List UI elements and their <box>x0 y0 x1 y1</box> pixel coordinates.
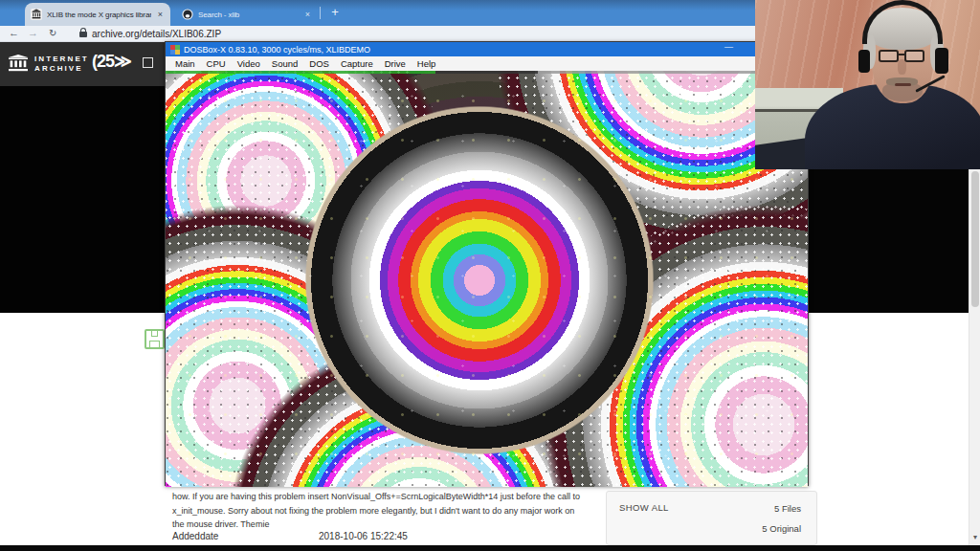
archive-logo-text: INTERNET ARCHIVE <box>34 55 89 73</box>
addeddate-label: Addeddate <box>172 531 218 541</box>
glasses-right-lens <box>904 50 924 62</box>
dosbox-window-title: DOSBox-X 0.83.10, 3000 cycles/ms, XLIBDE… <box>184 45 370 55</box>
person-mouth <box>895 83 911 86</box>
menu-item-drive[interactable]: Drive <box>379 58 412 69</box>
dosbox-menu-bar: Main CPU Video Sound DOS Capture Drive H… <box>166 56 808 71</box>
internet-archive-header: INTERNET ARCHIVE (25≫ <box>0 42 165 86</box>
forward-icon[interactable]: → <box>28 27 38 38</box>
page-dark-area-right <box>809 169 969 313</box>
tab-close-icon[interactable]: × <box>156 10 165 19</box>
tab-separator <box>320 7 321 19</box>
menu-item-capture[interactable]: Capture <box>335 58 379 69</box>
floppy-shutter <box>151 331 158 337</box>
archive-logo-line2: ARCHIVE <box>34 64 89 74</box>
description-line: the mouse driver. Themie <box>172 518 580 532</box>
menu-item-video[interactable]: Video <box>232 58 266 69</box>
files-count[interactable]: 5 Files <box>774 503 801 514</box>
address-bar[interactable]: archive.org/details/XLIB06.ZIP <box>92 29 221 39</box>
headphone-cup-right <box>935 48 948 74</box>
archive-logo-line1: INTERNET <box>34 55 89 64</box>
dosbox-window[interactable]: DOSBox-X 0.83.10, 3000 cycles/ms, XLIBDE… <box>165 41 809 486</box>
glasses-bridge <box>898 54 905 55</box>
letterbox-bottom-bar <box>0 545 980 551</box>
demo-scanline <box>166 71 808 74</box>
addeddate-value: 2018-10-06 15:22:45 <box>319 531 408 541</box>
tab-xlib-archive[interactable]: XLIB the mode X graphics library × <box>25 3 170 26</box>
scrollbar-down-icon[interactable]: ▾ <box>969 533 980 541</box>
back-icon[interactable]: ← <box>9 27 19 38</box>
page-dark-area-left <box>0 86 165 313</box>
scrollbar-thumb[interactable] <box>971 171 979 307</box>
archive-columns-icon[interactable] <box>8 55 29 76</box>
archive-25th-logo: (25≫ <box>92 51 131 72</box>
floppy-disk-icon <box>145 329 165 349</box>
internet-archive-favicon-icon <box>31 9 42 20</box>
tab-github-search[interactable]: Search - xlib × <box>176 3 318 26</box>
header-square-icon[interactable] <box>143 57 153 68</box>
person-nose <box>898 59 906 75</box>
description-line: how. If you are having this problem inse… <box>172 490 580 504</box>
tab-close-icon[interactable]: × <box>303 10 312 19</box>
show-all-link[interactable]: SHOW ALL <box>619 502 669 513</box>
lock-icon <box>79 32 87 37</box>
menu-item-help[interactable]: Help <box>412 58 442 69</box>
dosbox-title-bar[interactable]: DOSBox-X 0.83.10, 3000 cycles/ms, XLIBDE… <box>166 42 808 56</box>
minimize-icon[interactable]: — <box>724 42 733 52</box>
dosbox-app-icon <box>170 45 180 55</box>
glasses-left-lens <box>879 50 899 62</box>
webcam-overlay <box>755 0 980 169</box>
github-favicon-icon <box>182 9 193 20</box>
headphone-cup-left <box>858 50 870 73</box>
xlib-demo-display[interactable] <box>166 71 808 487</box>
menu-item-sound[interactable]: Sound <box>266 58 303 69</box>
tab-title: Search - xlib <box>198 11 299 19</box>
tab-title: XLIB the mode X graphics library <box>47 11 151 19</box>
reload-icon[interactable]: ↻ <box>49 28 56 38</box>
floppy-label <box>149 341 160 347</box>
menu-item-dos[interactable]: DOS <box>303 58 335 69</box>
menu-item-main[interactable]: Main <box>169 58 201 69</box>
item-description: how. If you are having this problem inse… <box>172 490 580 532</box>
download-options-panel: SHOW ALL 5 Files 5 Original <box>606 491 817 545</box>
original-count[interactable]: 5 Original <box>762 523 801 534</box>
plasma-ball-central <box>173 71 786 487</box>
description-line: x_init_mouse. Sorry about not fixing the… <box>172 504 580 518</box>
new-tab-button[interactable]: + <box>326 4 344 21</box>
menu-item-cpu[interactable]: CPU <box>201 58 232 69</box>
video-frame: XLIB the mode X graphics library × Searc… <box>0 0 980 551</box>
page-scrollbar[interactable]: ▾ <box>969 169 980 545</box>
